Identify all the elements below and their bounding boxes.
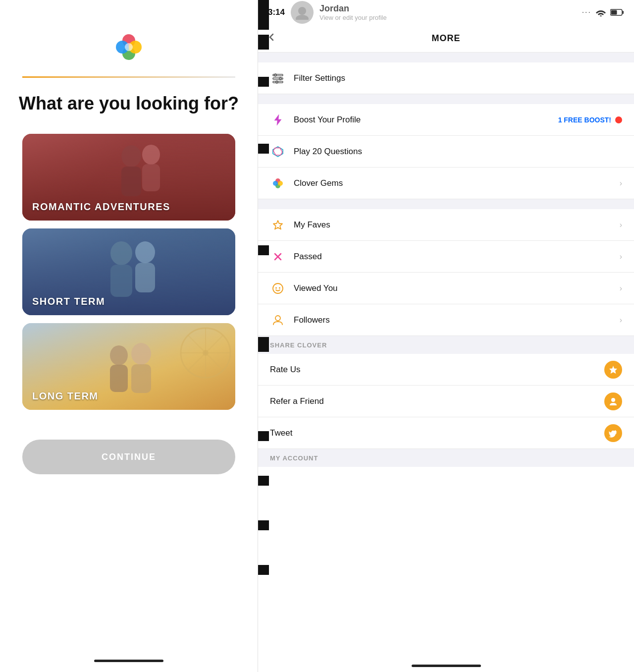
svg-rect-17	[110, 365, 128, 392]
continue-label: CONTINUE	[102, 452, 156, 462]
home-indicator	[94, 660, 163, 662]
svg-point-46	[273, 283, 283, 293]
passed-right: ›	[620, 252, 622, 261]
option-shortterm[interactable]: SHORT TERM	[22, 228, 235, 315]
faves-label: My Faves	[294, 220, 620, 230]
followers-label: Followers	[294, 315, 620, 325]
option-longterm[interactable]: LONG TERM	[22, 323, 235, 410]
rate-right	[604, 361, 622, 379]
menu-item-viewed[interactable]: Viewed You ›	[258, 273, 634, 304]
profile-sub: View or edit your profile	[319, 14, 582, 21]
menu-item-refer[interactable]: Refer a Friend	[258, 386, 634, 417]
continue-button[interactable]: CONTINUE	[22, 440, 235, 474]
svg-rect-35	[274, 74, 276, 76]
app-logo	[111, 30, 146, 66]
svg-point-42	[278, 181, 283, 186]
faves-chevron: ›	[620, 221, 622, 229]
profile-info: Jordan View or edit your profile	[319, 3, 582, 21]
followers-chevron: ›	[620, 316, 622, 325]
black-bar-5	[258, 245, 269, 255]
viewed-label: Viewed You	[294, 283, 620, 293]
svg-point-48	[279, 287, 280, 288]
black-bar-2	[258, 35, 269, 50]
svg-rect-12	[110, 265, 132, 297]
boost-right: 1 FREE BOOST!	[558, 116, 622, 124]
black-bar-1	[258, 0, 269, 30]
black-bar-6	[258, 337, 269, 352]
svg-point-11	[110, 241, 132, 265]
menu-item-followers[interactable]: Followers ›	[258, 304, 634, 336]
filter-label: Filter Settings	[294, 73, 622, 83]
tweet-label: Tweet	[270, 428, 604, 438]
svg-rect-30	[623, 11, 624, 14]
signal-icon: ···	[582, 8, 591, 17]
my-account-label: MY ACCOUNT	[270, 454, 318, 462]
filter-icon	[270, 70, 286, 86]
gems-chevron: ›	[620, 179, 622, 188]
black-bar-3	[258, 77, 269, 87]
black-bar-8	[258, 476, 269, 486]
svg-point-28	[600, 15, 602, 16]
profile-name: Jordan	[319, 3, 582, 14]
menu-item-tweet[interactable]: Tweet	[258, 417, 634, 449]
svg-point-49	[275, 316, 280, 321]
svg-point-47	[275, 287, 277, 288]
options-list: ROMANTIC ADVENTURES	[22, 134, 235, 410]
side-bars	[258, 0, 269, 672]
svg-point-6	[121, 145, 141, 167]
shortterm-label: SHORT TERM	[32, 296, 105, 307]
status-time: 3:14	[268, 7, 285, 17]
menu-item-faves[interactable]: My Faves ›	[258, 209, 634, 241]
followers-right: ›	[620, 316, 622, 325]
menu-item-passed[interactable]: Passed ›	[258, 241, 634, 273]
svg-rect-19	[131, 364, 151, 393]
viewed-right: ›	[620, 284, 622, 293]
svg-rect-31	[611, 10, 617, 15]
left-panel: What are you looking for?	[0, 0, 258, 672]
free-boost-text: 1 FREE BOOST!	[558, 116, 611, 124]
section-divider-3	[258, 199, 634, 209]
menu-item-boost[interactable]: Boost Your Profile 1 FREE BOOST!	[258, 104, 634, 136]
tweet-right	[604, 424, 622, 442]
header-divider	[22, 76, 235, 78]
questions-label: Play 20 Questions	[294, 147, 622, 157]
right-panel: 3:14 Jordan View or edit your profile ··…	[258, 0, 634, 672]
questions-icon	[270, 144, 286, 160]
back-button[interactable]	[268, 32, 276, 45]
refer-right	[604, 392, 622, 410]
black-bar-9	[258, 520, 269, 530]
menu-item-gems[interactable]: Clover Gems ›	[258, 168, 634, 199]
svg-point-51	[611, 398, 615, 402]
my-account-section: MY ACCOUNT	[258, 449, 634, 467]
svg-rect-14	[135, 263, 155, 292]
refer-label: Refer a Friend	[270, 396, 604, 406]
more-title: MORE	[432, 33, 461, 44]
share-clover-label: SHARE CLOVER	[270, 341, 327, 349]
svg-rect-36	[279, 77, 281, 80]
avatar	[291, 1, 314, 24]
longterm-label: LONG TERM	[32, 391, 99, 402]
menu-item-rate[interactable]: Rate Us	[258, 354, 634, 386]
followers-icon	[270, 312, 286, 328]
rate-icon-circle	[604, 361, 622, 379]
black-bar-4	[258, 144, 269, 154]
svg-point-41	[273, 181, 278, 186]
faves-right: ›	[620, 221, 622, 229]
boost-notification-dot	[615, 116, 622, 123]
gems-right: ›	[620, 179, 622, 188]
refer-icon-circle	[604, 392, 622, 410]
romantic-label: ROMANTIC ADVENTURES	[32, 201, 170, 213]
option-romantic[interactable]: ROMANTIC ADVENTURES	[22, 134, 235, 221]
viewed-icon	[270, 280, 286, 296]
gems-label: Clover Gems	[294, 178, 620, 188]
menu-item-filter[interactable]: Filter Settings	[258, 62, 634, 94]
more-header: MORE	[258, 25, 634, 53]
share-clover-section: SHARE CLOVER	[258, 336, 634, 354]
svg-rect-9	[142, 164, 160, 191]
svg-marker-50	[609, 366, 617, 374]
rate-label: Rate Us	[270, 365, 604, 375]
viewed-chevron: ›	[620, 284, 622, 293]
passed-chevron: ›	[620, 252, 622, 261]
menu-item-questions[interactable]: Play 20 Questions	[258, 136, 634, 168]
faves-icon	[270, 217, 286, 233]
